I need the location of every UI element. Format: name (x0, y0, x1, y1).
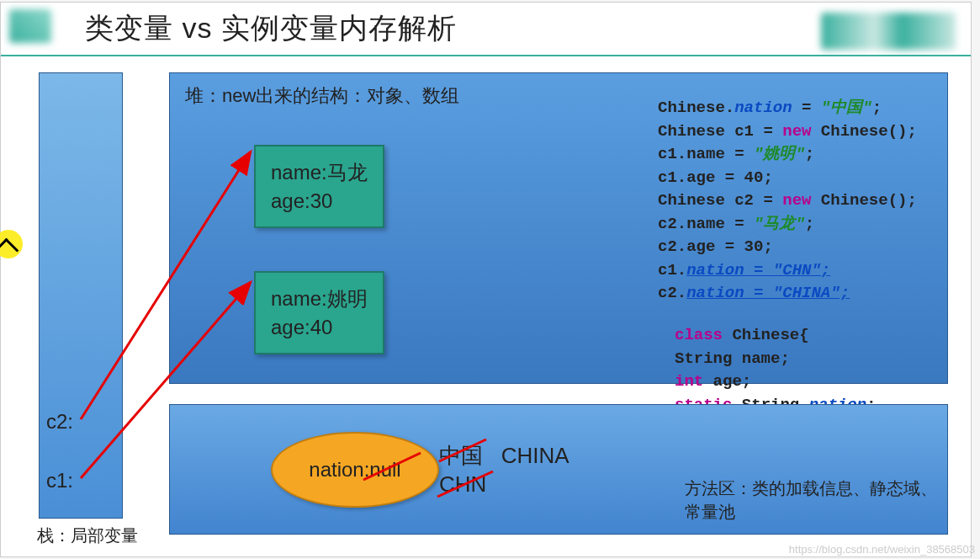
heap-region: 堆：new出来的结构：对象、数组 name:马龙 age:30 name:姚明 … (169, 72, 948, 384)
logo-left (9, 9, 51, 43)
code-listing: Chinese.nation = "中国"; Chinese c1 = new … (658, 97, 937, 306)
heap-label: 堆：new出来的结构：对象、数组 (185, 83, 459, 109)
stack-var-c2: c2: (46, 410, 73, 434)
stack-label: 栈：局部变量 (37, 524, 138, 547)
method-area-label: 方法区：类的加载信息、静态域、常量池 (685, 476, 937, 524)
nation-china: CHINA (501, 443, 569, 468)
obj1-age: age:30 (271, 187, 368, 216)
method-area-region: nation:null 中国 CHINA CHN 方法区：类的加载信息、静态域、… (169, 404, 948, 535)
nation-value: nation:null (309, 458, 400, 482)
watermark: https://blog.csdn.net/weixin_38568503 (789, 543, 975, 556)
nation-ellipse: nation:null (271, 432, 439, 508)
obj2-name: name:姚明 (271, 285, 368, 313)
nation-chn: CHN (439, 471, 486, 497)
cursor-icon (0, 230, 23, 258)
obj2-age: age:40 (271, 313, 368, 342)
heap-object-1: name:马龙 age:30 (254, 145, 384, 228)
heap-object-2: name:姚明 age:40 (254, 271, 384, 354)
stack-region: c2: c1: (39, 72, 123, 519)
nation-cn: 中国 (439, 443, 483, 468)
page-title: 类变量 vs 实例变量内存解析 (85, 12, 457, 44)
logo-right (821, 13, 956, 50)
slide: 类变量 vs 实例变量内存解析 c2: c1: 栈：局部变量 堆：new出来的结… (0, 2, 972, 557)
stack-var-c1: c1: (46, 469, 73, 492)
nation-history: 中国 CHINA CHN (439, 442, 569, 499)
obj1-name: name:马龙 (271, 158, 368, 187)
